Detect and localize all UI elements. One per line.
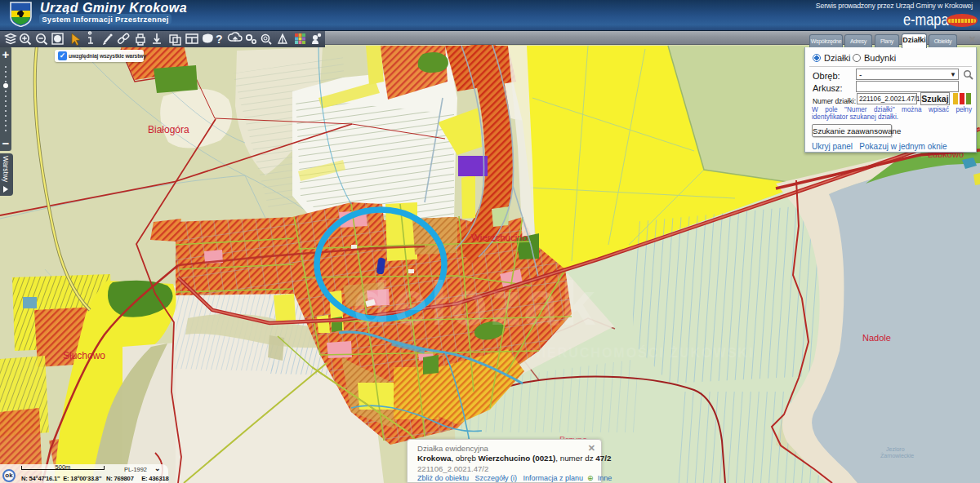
svg-text:Nadole: Nadole <box>862 333 891 343</box>
svg-text:?: ? <box>216 33 223 46</box>
svg-text:dełozak: dełozak <box>353 268 598 338</box>
svg-text:Żarnowieckie: Żarnowieckie <box>880 452 914 459</box>
svg-text:Białogóra: Białogóra <box>148 124 189 135</box>
svg-text:Wierzchucino: Wierzchucino <box>471 233 528 242</box>
svg-text:Jezioro: Jezioro <box>886 446 905 452</box>
svg-text:NIERUCHOMOŚCI ŻUKOWSKI: NIERUCHOMOŚCI ŻUKOWSKI <box>531 345 754 360</box>
svg-text:Słuchowo: Słuchowo <box>63 350 105 361</box>
